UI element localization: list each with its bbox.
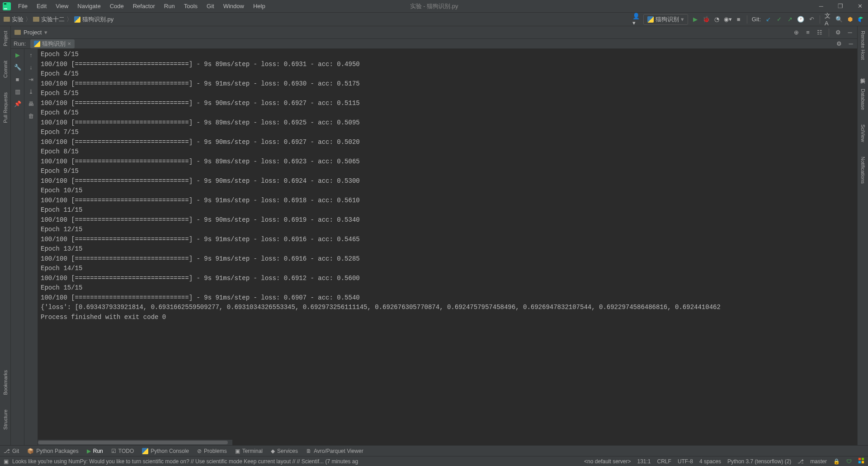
tab-project[interactable]: Project bbox=[2, 28, 9, 49]
expand-icon[interactable]: ≡ bbox=[804, 29, 811, 36]
tab-bookmarks[interactable]: Bookmarks bbox=[2, 367, 9, 398]
code-with-me-icon[interactable] bbox=[857, 16, 864, 23]
pin-icon[interactable]: 📌 bbox=[14, 100, 21, 107]
menu-window[interactable]: Window bbox=[220, 2, 248, 10]
bottom-tab-services[interactable]: ◆Services bbox=[271, 448, 298, 454]
tab-conda[interactable]: 表头解 bbox=[859, 71, 867, 77]
close-icon[interactable]: × bbox=[67, 40, 71, 47]
layout-icon[interactable]: ▥ bbox=[15, 88, 20, 95]
title-bar: File Edit View Navigate Code Refactor Ru… bbox=[0, 0, 868, 13]
tab-database[interactable]: Database bbox=[859, 86, 867, 113]
hide-panel-icon[interactable]: ─ bbox=[846, 29, 854, 36]
python-icon bbox=[34, 41, 40, 47]
target-icon[interactable]: ⊕ bbox=[793, 29, 800, 36]
locale-icon[interactable]: 文A bbox=[825, 16, 832, 23]
search-icon[interactable]: 🔍 bbox=[835, 16, 843, 23]
tab-notifications[interactable]: Notifications bbox=[859, 154, 867, 186]
bottom-tab-pyconsole[interactable]: Python Console bbox=[142, 448, 189, 454]
stop-icon[interactable]: ■ bbox=[735, 16, 742, 23]
status-branch[interactable]: master bbox=[810, 458, 827, 465]
menu-refactor[interactable]: Refactor bbox=[129, 2, 159, 10]
window-title: 实验 - 猫狗识别.py bbox=[410, 2, 458, 10]
bottom-tab-avro[interactable]: 🗎Avro/Parquet Viewer bbox=[306, 448, 363, 454]
menu-code[interactable]: Code bbox=[106, 2, 127, 10]
status-panel-icon[interactable]: ▣ bbox=[4, 458, 9, 465]
svg-rect-2 bbox=[4, 8, 7, 9]
horizontal-scrollbar[interactable] bbox=[38, 440, 232, 445]
down-icon[interactable]: ↓ bbox=[29, 64, 33, 71]
settings-icon[interactable]: ⚙ bbox=[835, 40, 843, 48]
git-revert-icon[interactable]: ↶ bbox=[808, 16, 815, 23]
project-dropdown-icon[interactable]: ▾ bbox=[44, 29, 47, 36]
services-icon: ◆ bbox=[271, 448, 275, 454]
tools-icon[interactable]: 🔧 bbox=[14, 64, 21, 71]
maximize-button[interactable]: ❐ bbox=[835, 2, 846, 10]
menu-git[interactable]: Git bbox=[203, 2, 218, 10]
bottom-tab-packages[interactable]: 📦Python Packages bbox=[27, 448, 78, 454]
ide-settings-icon[interactable]: ⬢ bbox=[846, 16, 854, 23]
bottom-tab-git[interactable]: ⎇Git bbox=[4, 448, 19, 454]
status-caret[interactable]: 131:1 bbox=[637, 458, 651, 465]
shield-icon[interactable]: 🛡 bbox=[846, 458, 852, 465]
coverage-icon[interactable]: ◔ bbox=[713, 16, 721, 23]
print-icon[interactable]: 🖶 bbox=[28, 100, 34, 107]
status-indent[interactable]: 4 spaces bbox=[699, 458, 721, 465]
menu-view[interactable]: View bbox=[52, 2, 72, 10]
stop-icon[interactable]: ■ bbox=[16, 76, 19, 83]
close-button[interactable]: ✕ bbox=[855, 2, 865, 10]
run-icon[interactable]: ▶ bbox=[692, 16, 699, 23]
minimize-button[interactable]: ─ bbox=[816, 2, 826, 10]
bottom-tab-todo[interactable]: ☑TODO bbox=[111, 448, 134, 454]
git-push-icon[interactable]: ↗ bbox=[786, 16, 793, 23]
menu-navigate[interactable]: Navigate bbox=[74, 2, 104, 10]
bottom-tab-run[interactable]: ▶Run bbox=[87, 448, 103, 454]
hide-icon[interactable]: ─ bbox=[847, 40, 854, 48]
up-icon[interactable]: ↑ bbox=[29, 52, 33, 58]
git-history-icon[interactable]: 🕐 bbox=[797, 16, 804, 23]
status-encoding[interactable]: UTF-8 bbox=[678, 458, 693, 465]
collapse-icon[interactable]: ☷ bbox=[816, 29, 823, 36]
status-bar: ▣ Looks like you're using NumPy: Would y… bbox=[0, 456, 868, 466]
lock-icon[interactable]: 🔒 bbox=[833, 458, 840, 465]
breadcrumb-folder[interactable]: 实验十二 bbox=[41, 15, 65, 24]
breadcrumb-root[interactable]: 实验 bbox=[12, 15, 24, 24]
bottom-tab-terminal[interactable]: ▣Terminal bbox=[235, 448, 263, 454]
tab-commit[interactable]: Commit bbox=[2, 58, 9, 81]
user-add-icon[interactable]: 👤▾ bbox=[632, 16, 640, 23]
status-interpreter[interactable]: Python 3.7 (tensorflow) (2) bbox=[727, 458, 791, 465]
menu-tools[interactable]: Tools bbox=[180, 2, 201, 10]
windows-logo-icon[interactable] bbox=[858, 457, 864, 465]
run-toolwindow-header: Run: 猫狗识别 × ⚙ ─ bbox=[11, 39, 857, 49]
git-commit-icon[interactable]: ✓ bbox=[775, 16, 783, 23]
run-process-label: 猫狗识别 bbox=[42, 40, 66, 48]
project-label[interactable]: Project bbox=[24, 29, 42, 36]
tab-structure[interactable]: Structure bbox=[2, 407, 9, 433]
rerun-icon[interactable]: ▶ bbox=[15, 52, 20, 58]
bottom-tool-tabs: ⎇Git 📦Python Packages ▶Run ☑TODO Python … bbox=[0, 445, 868, 456]
menu-help[interactable]: Help bbox=[250, 2, 269, 10]
bottom-tab-problems[interactable]: ⊘Problems bbox=[197, 448, 227, 454]
settings-icon[interactable]: ⚙ bbox=[835, 29, 842, 36]
status-server[interactable]: <no default server> bbox=[584, 458, 631, 465]
debug-icon[interactable]: 🐞 bbox=[703, 16, 710, 23]
project-bar: Project ▾ ⊕ ≡ ☷ ⚙ ─ 猫狗识别.py × bbox=[11, 26, 857, 39]
run-gutter-primary: ▶ 🔧 ■ ▥ 📌 bbox=[11, 49, 24, 445]
wrap-icon[interactable]: ⇥ bbox=[28, 76, 33, 83]
menu-run[interactable]: Run bbox=[160, 2, 179, 10]
scroll-icon[interactable]: ⤓ bbox=[28, 88, 33, 95]
tab-pull-requests[interactable]: Pull Requests bbox=[2, 90, 9, 126]
profile-icon[interactable]: ◉▾ bbox=[724, 16, 731, 23]
tab-sciview[interactable]: SciView bbox=[859, 122, 867, 145]
menu-file[interactable]: File bbox=[14, 2, 31, 10]
status-eol[interactable]: CRLF bbox=[657, 458, 671, 465]
svg-rect-1 bbox=[4, 3, 6, 4]
menu-edit[interactable]: Edit bbox=[33, 2, 50, 10]
run-config-selector[interactable]: 猫狗识别 ▾ bbox=[643, 14, 688, 25]
run-process-tab[interactable]: 猫狗识别 × bbox=[30, 39, 75, 48]
branch-icon: ⎇ bbox=[4, 448, 10, 454]
console-output[interactable]: Epoch 3/15100/100 [=====================… bbox=[38, 49, 857, 445]
trash-icon[interactable]: 🗑 bbox=[28, 113, 34, 119]
git-pull-icon[interactable]: ↙ bbox=[764, 16, 772, 23]
tab-remote-host[interactable]: Remote Host bbox=[859, 28, 867, 62]
breadcrumb-file[interactable]: 猫狗识别.py bbox=[82, 15, 113, 24]
